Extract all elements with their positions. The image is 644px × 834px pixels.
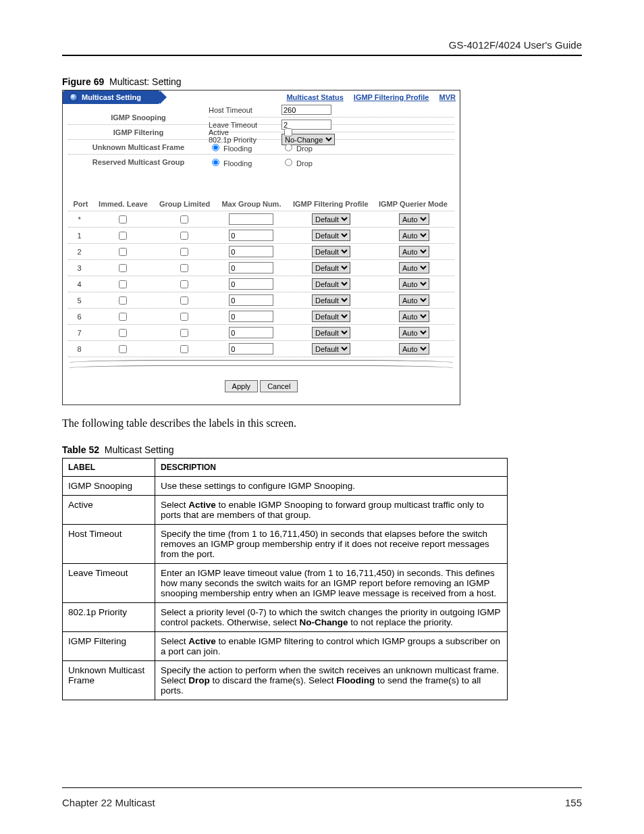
checkbox-immed-leave[interactable] — [119, 215, 127, 224]
radio-rmg-drop-wrap[interactable]: Drop — [281, 157, 313, 167]
table-prefix: Table 52 — [62, 444, 99, 455]
select-igmp-filtering-profile[interactable]: Default — [312, 278, 350, 290]
cell-description: Specify the time (from 1 to 16,711,450) … — [155, 525, 508, 564]
footer-page: 155 — [565, 797, 582, 808]
apply-button[interactable]: Apply — [225, 380, 259, 392]
select-igmp-querier-mode[interactable]: Auto — [399, 213, 429, 225]
panel-tab-multicast-setting[interactable]: Multicast Setting — [63, 90, 160, 104]
checkbox-immed-leave[interactable] — [119, 296, 127, 305]
port-row: 3DefaultAuto — [68, 261, 454, 275]
checkbox-group-limited[interactable] — [180, 215, 188, 224]
select-igmp-filtering-profile[interactable]: Default — [312, 327, 350, 338]
panel-titlebar: Multicast Setting Multicast Status IGMP … — [63, 90, 460, 104]
select-igmp-filtering-profile[interactable]: Default — [312, 294, 350, 306]
radio-umf-drop[interactable] — [285, 144, 292, 151]
cell-port: 7 — [68, 329, 90, 337]
checkbox-group-limited[interactable] — [180, 264, 188, 272]
link-mvr[interactable]: MVR — [439, 93, 456, 101]
cell-port: 5 — [68, 296, 90, 305]
checkbox-group-limited[interactable] — [180, 232, 188, 240]
select-igmp-querier-mode[interactable]: Auto — [399, 278, 429, 290]
select-igmp-querier-mode[interactable]: Auto — [399, 262, 429, 273]
cell-port: 8 — [68, 345, 90, 353]
table-row: IGMP FilteringSelect Active to enable IG… — [63, 632, 508, 661]
input-max-group-num[interactable] — [229, 311, 273, 322]
checkbox-immed-leave[interactable] — [119, 232, 127, 240]
checkbox-filtering-active[interactable] — [284, 128, 292, 136]
select-igmp-querier-mode[interactable]: Auto — [399, 230, 429, 241]
cell-label: Active — [63, 496, 155, 525]
link-multicast-status[interactable]: Multicast Status — [286, 93, 343, 101]
checkbox-group-limited[interactable] — [180, 280, 188, 288]
cell-port: 6 — [68, 313, 90, 321]
cancel-button[interactable]: Cancel — [260, 380, 298, 392]
select-igmp-filtering-profile[interactable]: Default — [312, 262, 350, 273]
select-igmp-querier-mode[interactable]: Auto — [399, 343, 429, 355]
checkbox-group-limited[interactable] — [180, 345, 188, 353]
col-group-limited: Group Limited — [155, 200, 215, 208]
radio-umf-flooding[interactable] — [212, 144, 219, 151]
figure-caption-text: Multicast: Setting — [109, 76, 182, 87]
intro-text: The following table describes the labels… — [62, 417, 582, 429]
footer-rule — [62, 787, 582, 788]
input-max-group-num[interactable] — [229, 294, 273, 306]
input-max-group-num[interactable] — [229, 262, 273, 273]
radio-rmg-flooding[interactable] — [212, 159, 219, 166]
radio-umf-drop-wrap[interactable]: Drop — [281, 142, 313, 153]
input-max-group-num[interactable] — [229, 327, 273, 338]
checkbox-immed-leave[interactable] — [119, 345, 127, 353]
label-flooding: Flooding — [223, 145, 252, 153]
select-igmp-filtering-profile[interactable]: Default — [312, 343, 350, 355]
cell-label: IGMP Filtering — [63, 632, 155, 661]
select-igmp-querier-mode[interactable]: Auto — [399, 294, 429, 306]
port-row: 7DefaultAuto — [68, 325, 454, 340]
select-igmp-filtering-profile[interactable]: Default — [312, 246, 350, 257]
label-drop: Drop — [296, 159, 313, 167]
link-igmp-filtering-profile[interactable]: IGMP Filtering Profile — [354, 93, 429, 101]
select-igmp-filtering-profile[interactable]: Default — [312, 213, 350, 225]
input-max-group-num[interactable] — [229, 230, 273, 241]
cell-description: Specify the action to perform when the s… — [155, 661, 508, 700]
input-max-group-num[interactable] — [229, 343, 273, 355]
select-igmp-filtering-profile[interactable]: Default — [312, 230, 350, 241]
radio-rmg-drop[interactable] — [285, 159, 292, 166]
table-truncation-indicator — [70, 360, 453, 371]
checkbox-immed-leave[interactable] — [119, 248, 127, 256]
cell-port: 1 — [68, 232, 90, 240]
input-max-group-num[interactable] — [229, 246, 273, 257]
checkbox-group-limited[interactable] — [180, 313, 188, 321]
select-igmp-querier-mode[interactable]: Auto — [399, 311, 429, 322]
checkbox-immed-leave[interactable] — [119, 264, 127, 272]
input-max-group-num[interactable] — [229, 213, 273, 225]
panel-right-links: Multicast Status IGMP Filtering Profile … — [278, 90, 456, 104]
port-row: 1DefaultAuto — [68, 228, 454, 242]
checkbox-group-limited[interactable] — [180, 329, 188, 337]
cell-description: Select Active to enable IGMP Snooping to… — [155, 496, 508, 525]
radio-umf-flooding-wrap[interactable]: Flooding — [209, 145, 252, 153]
cell-port: 2 — [68, 248, 90, 256]
select-igmp-filtering-profile[interactable]: Default — [312, 311, 350, 322]
table-row: Unknown Multicast FrameSpecify the actio… — [63, 661, 508, 700]
figure-caption: Figure 69 Multicast: Setting — [62, 76, 582, 87]
input-host-timeout[interactable] — [281, 105, 331, 115]
select-igmp-querier-mode[interactable]: Auto — [399, 246, 429, 257]
cell-port: 4 — [68, 280, 90, 288]
checkbox-immed-leave[interactable] — [119, 329, 127, 337]
checkbox-group-limited[interactable] — [180, 296, 188, 305]
select-igmp-querier-mode[interactable]: Auto — [399, 327, 429, 338]
figure-prefix: Figure 69 — [62, 76, 104, 87]
checkbox-group-limited[interactable] — [180, 248, 188, 256]
port-table-header: Port Immed. Leave Group Limited Max Grou… — [68, 198, 454, 210]
radio-rmg-flooding-wrap[interactable]: Flooding — [209, 159, 252, 167]
multicast-setting-panel: Multicast Setting Multicast Status IGMP … — [62, 90, 460, 405]
port-row: 8DefaultAuto — [68, 342, 454, 356]
cell-label: Unknown Multicast Frame — [63, 661, 155, 700]
input-max-group-num[interactable] — [229, 278, 273, 290]
label-filtering-active: Active — [209, 128, 281, 136]
cell-port: 3 — [68, 264, 90, 272]
description-table: LABEL DESCRIPTION IGMP SnoopingUse these… — [62, 458, 508, 700]
col-immed-leave: Immed. Leave — [92, 200, 155, 208]
checkbox-immed-leave[interactable] — [119, 280, 127, 288]
checkbox-immed-leave[interactable] — [119, 313, 127, 321]
table-row: Leave TimeoutEnter an IGMP leave timeout… — [63, 564, 508, 603]
